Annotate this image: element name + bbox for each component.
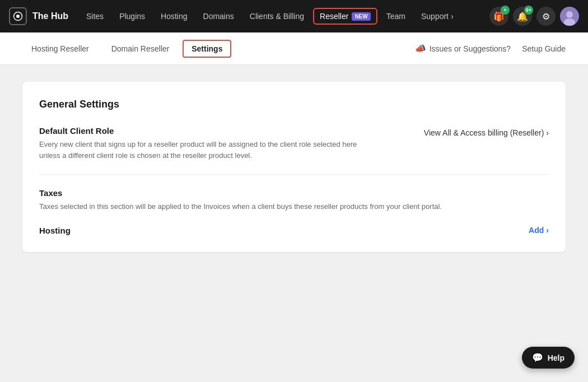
section-left: Default Client Role Every new client tha…	[39, 126, 364, 161]
issues-label: Issues or Suggestions?	[430, 44, 511, 53]
help-button[interactable]: 💬 Help	[522, 347, 575, 369]
hosting-label: Hosting	[39, 226, 71, 235]
setup-guide-link[interactable]: Setup Guide	[522, 44, 566, 53]
settings-card: General Settings Default Client Role Eve…	[22, 82, 566, 252]
bell-badge: 9+	[524, 6, 533, 15]
add-hosting-link[interactable]: Add ›	[529, 226, 549, 235]
gift-badge: +	[501, 6, 510, 15]
taxes-title: Taxes	[39, 188, 549, 198]
svg-point-1	[16, 15, 20, 18]
nav-item-clients[interactable]: Clients & Billing	[243, 7, 311, 25]
nav-item-reseller[interactable]: Reseller NEW	[313, 8, 377, 25]
default-client-role-title: Default Client Role	[39, 126, 364, 136]
logo-icon	[9, 7, 27, 25]
top-navigation: The Hub Sites Plugins Hosting Domains Cl…	[0, 0, 588, 32]
divider	[39, 174, 549, 175]
taxes-section: Taxes Taxes selected in this section wil…	[39, 188, 549, 212]
nav-item-support[interactable]: Support ›	[414, 7, 460, 25]
help-label: Help	[548, 353, 564, 362]
nav-items: Sites Plugins Hosting Domains Clients & …	[80, 7, 489, 25]
add-label: Add	[529, 226, 544, 235]
svg-point-3	[566, 11, 573, 18]
new-badge: NEW	[352, 12, 370, 21]
default-client-role-section: Default Client Role Every new client tha…	[39, 126, 549, 161]
nav-item-team[interactable]: Team	[380, 7, 412, 25]
chat-icon: 💬	[532, 352, 543, 363]
user-avatar[interactable]	[560, 7, 579, 26]
gift-button[interactable]: 🎁 +	[489, 7, 508, 26]
settings-button[interactable]: ⚙	[536, 7, 556, 26]
issues-suggestions-link[interactable]: 📣 Issues or Suggestions?	[415, 43, 511, 54]
view-all-access-billing-link[interactable]: View All & Access billing (Reseller) ›	[424, 128, 549, 137]
sub-nav-hosting-reseller[interactable]: Hosting Reseller	[22, 40, 98, 58]
sub-nav-settings[interactable]: Settings	[183, 40, 231, 58]
sub-nav-right: 📣 Issues or Suggestions? Setup Guide	[415, 43, 566, 54]
setup-guide-label: Setup Guide	[522, 44, 566, 53]
support-chevron: ›	[451, 12, 454, 21]
sub-nav-items: Hosting Reseller Domain Reseller Setting…	[22, 40, 415, 58]
nav-item-sites[interactable]: Sites	[80, 7, 110, 25]
view-all-label: View All & Access billing (Reseller)	[424, 128, 544, 137]
gear-icon: ⚙	[542, 11, 550, 22]
megaphone-icon: 📣	[415, 43, 426, 54]
app-title: The Hub	[32, 11, 68, 21]
sub-navigation: Hosting Reseller Domain Reseller Setting…	[0, 32, 588, 65]
notifications-button[interactable]: 🔔 9+	[513, 7, 532, 26]
taxes-desc: Taxes selected in this section will be a…	[39, 201, 549, 212]
main-content: General Settings Default Client Role Eve…	[0, 65, 588, 382]
nav-item-domains[interactable]: Domains	[197, 7, 241, 25]
nav-item-hosting[interactable]: Hosting	[154, 7, 194, 25]
card-title: General Settings	[39, 99, 549, 110]
hosting-row: Hosting Add ›	[39, 226, 549, 235]
app-logo[interactable]: The Hub	[9, 7, 68, 25]
link-chevron: ›	[546, 128, 549, 137]
nav-item-plugins[interactable]: Plugins	[113, 7, 152, 25]
section-header: Default Client Role Every new client tha…	[39, 126, 549, 161]
reseller-label: Reseller	[320, 12, 348, 21]
support-label: Support	[421, 12, 449, 21]
nav-right: 🎁 + 🔔 9+ ⚙	[489, 7, 579, 26]
add-chevron: ›	[546, 226, 549, 235]
default-client-role-desc: Every new client that signs up for a res…	[39, 139, 364, 161]
sub-nav-domain-reseller[interactable]: Domain Reseller	[102, 40, 178, 58]
